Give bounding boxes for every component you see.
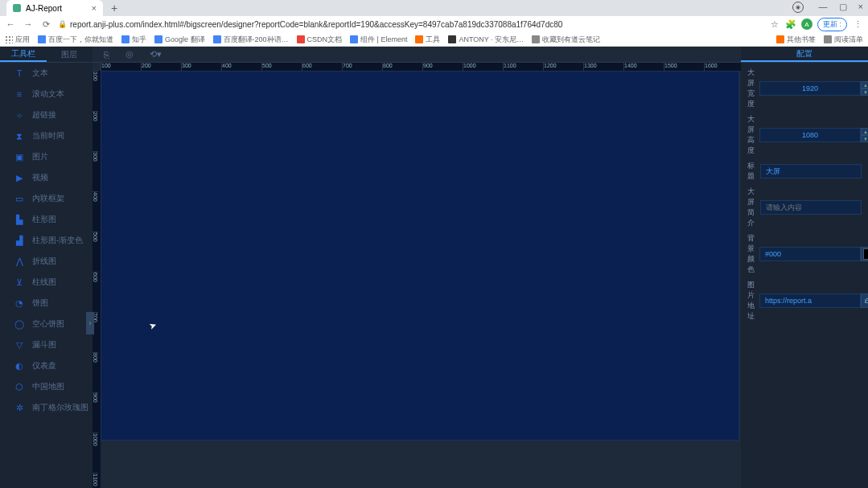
width-input[interactable] <box>759 81 861 96</box>
bookmark-item[interactable]: 其他书签 <box>776 35 816 45</box>
tool-icon: ⊻ <box>14 277 24 287</box>
tool-icon: ◐ <box>14 361 24 371</box>
bgcolor-input[interactable] <box>759 247 861 261</box>
bookmark-item[interactable]: 应用 <box>5 35 30 45</box>
update-button[interactable]: 更新 : <box>817 18 847 31</box>
ruler-horizontal: 1002003004005006007008009001000110012001… <box>101 63 741 71</box>
save-icon[interactable]: ⎘ <box>104 50 109 59</box>
star-icon[interactable]: ☆ <box>769 18 780 30</box>
tool-label: 图片 <box>32 151 48 162</box>
tool-item[interactable]: ⬡中国地图 <box>0 376 93 397</box>
tool-item[interactable]: ▙柱形图 <box>0 209 93 230</box>
tool-icon: ▣ <box>14 152 24 162</box>
forward-button[interactable]: → <box>23 19 34 29</box>
bookmark-item[interactable]: 收藏到有道云笔记 <box>532 35 600 45</box>
maximize-button[interactable]: ▢ <box>839 2 847 12</box>
tab-bar: AJ-Report × + <box>0 0 868 16</box>
url-bar[interactable]: 🔒 report.anji-plus.com/index.html#/bigsc… <box>58 20 763 29</box>
bookmark-item[interactable]: 组件 | Element <box>350 35 407 45</box>
tool-item[interactable]: ✲南丁格尔玫瑰图 <box>0 397 93 418</box>
tool-item[interactable]: ▭内联框架 <box>0 188 93 209</box>
bookmark-item[interactable]: 百度翻译-200种语… <box>213 35 289 45</box>
tool-item[interactable]: ▣图片 <box>0 146 93 167</box>
prop-label: 大屏宽度 <box>747 68 755 109</box>
property-list: 大屏宽度▲▼大屏高度▲▼标题大屏简介背景颜色图片地址🗁 <box>741 63 868 326</box>
step-down[interactable]: ▼ <box>861 88 868 96</box>
bookmark-item[interactable]: Google 翻译 <box>154 35 205 45</box>
minimize-button[interactable]: — <box>819 2 828 12</box>
tab-layers[interactable]: 图层 <box>47 47 93 62</box>
bookmark-item[interactable]: ANTONY · 安东尼… <box>448 35 524 45</box>
bookmark-icon <box>154 35 162 43</box>
window-controls: — ▢ × <box>819 2 863 12</box>
tool-item[interactable]: ◔饼图 <box>0 293 93 314</box>
bookmark-item[interactable]: 百度一下，你就知道 <box>38 35 113 45</box>
step-up[interactable]: ▲ <box>861 128 868 135</box>
bookmark-icon <box>213 35 221 43</box>
height-input[interactable] <box>759 128 861 142</box>
bookmark-item[interactable]: 工具 <box>415 35 440 45</box>
new-tab-button[interactable]: + <box>103 2 125 14</box>
tool-item[interactable]: ▶视频 <box>0 167 93 188</box>
bookmark-icon <box>824 35 832 43</box>
bookmark-item[interactable]: CSDN文档 <box>297 35 343 45</box>
close-tab-icon[interactable]: × <box>92 3 97 13</box>
extension-icon[interactable]: 🧩 <box>785 18 796 30</box>
prop-label: 大屏高度 <box>747 114 755 156</box>
tool-label: 文本 <box>32 68 48 79</box>
close-button[interactable]: × <box>858 2 863 12</box>
browser-tab[interactable]: AJ-Report × <box>6 0 103 16</box>
file-browse-button[interactable]: 🗁 <box>861 293 868 308</box>
preview-icon[interactable]: ◎ <box>125 49 134 59</box>
tool-icon: ⋀ <box>14 256 24 266</box>
bookmark-item[interactable]: 知乎 <box>121 35 146 45</box>
prop-row-imgurl: 图片地址🗁 <box>747 280 862 322</box>
tool-label: 柱线图 <box>32 277 56 288</box>
collapse-left-button[interactable]: › <box>86 312 94 334</box>
tool-item[interactable]: ⊻柱线图 <box>0 272 93 293</box>
tool-icon: ≡ <box>14 89 24 99</box>
menu-icon[interactable]: ⋮ <box>852 18 863 30</box>
browser-chrome: AJ-Report × + ◉ — ▢ × ← → ⟳ 🔒 report.anj… <box>0 0 868 47</box>
tool-list: T文本≡滚动文本⟐超链接⧗当前时间▣图片▶视频▭内联框架▙柱形图▟柱形图-渐变色… <box>0 63 93 488</box>
tool-icon: ◔ <box>14 298 24 308</box>
tool-item[interactable]: T文本 <box>0 63 93 84</box>
tool-label: 柱形图-渐变色 <box>32 235 83 246</box>
desc-input[interactable] <box>760 200 862 215</box>
design-canvas[interactable]: ➤ <box>101 71 739 441</box>
bookmark-item[interactable]: 阅读清单 <box>824 35 863 45</box>
tool-item[interactable]: ▽漏斗图 <box>0 334 93 355</box>
tool-icon: ▭ <box>14 194 24 203</box>
tool-item[interactable]: ⟐超链接 <box>0 105 93 125</box>
tool-label: 仪表盘 <box>32 360 56 371</box>
tab-config[interactable]: 配置 <box>741 47 868 62</box>
step-down[interactable]: ▼ <box>861 135 868 142</box>
step-up[interactable]: ▲ <box>861 81 868 88</box>
tool-label: 滚动文本 <box>32 88 64 100</box>
app-root: 工具栏 图层 T文本≡滚动文本⟐超链接⧗当前时间▣图片▶视频▭内联框架▙柱形图▟… <box>0 47 868 488</box>
bookmark-icon <box>38 35 46 43</box>
color-picker-button[interactable] <box>861 247 868 261</box>
tool-label: 空心饼图 <box>32 318 64 330</box>
media-control-icon[interactable]: ◉ <box>792 2 804 13</box>
tool-item[interactable]: ▟柱形图-渐变色 <box>0 230 93 251</box>
tool-item[interactable]: ◐仪表盘 <box>0 355 93 376</box>
tool-item[interactable]: ◯空心饼图 <box>0 314 93 334</box>
tab-toolbox[interactable]: 工具栏 <box>0 47 47 62</box>
bookmark-icon <box>532 35 540 43</box>
undo-icon[interactable]: ⟲▾ <box>150 49 162 59</box>
tool-icon: ◯ <box>14 319 24 329</box>
prop-row-width: 大屏宽度▲▼ <box>747 68 862 109</box>
tool-item[interactable]: ⧗当前时间 <box>0 125 93 146</box>
tool-item[interactable]: ⋀折线图 <box>0 251 93 272</box>
avatar-icon[interactable]: A <box>801 18 812 30</box>
imgurl-input[interactable] <box>759 293 861 308</box>
back-button[interactable]: ← <box>5 19 16 29</box>
prop-label: 标题 <box>747 161 755 182</box>
left-tabs: 工具栏 图层 <box>0 47 93 63</box>
tool-icon: ✲ <box>14 403 24 412</box>
tool-item[interactable]: ≡滚动文本 <box>0 84 93 105</box>
title-input[interactable] <box>760 164 862 178</box>
tool-label: 超链接 <box>32 109 56 121</box>
reload-button[interactable]: ⟳ <box>40 19 51 30</box>
